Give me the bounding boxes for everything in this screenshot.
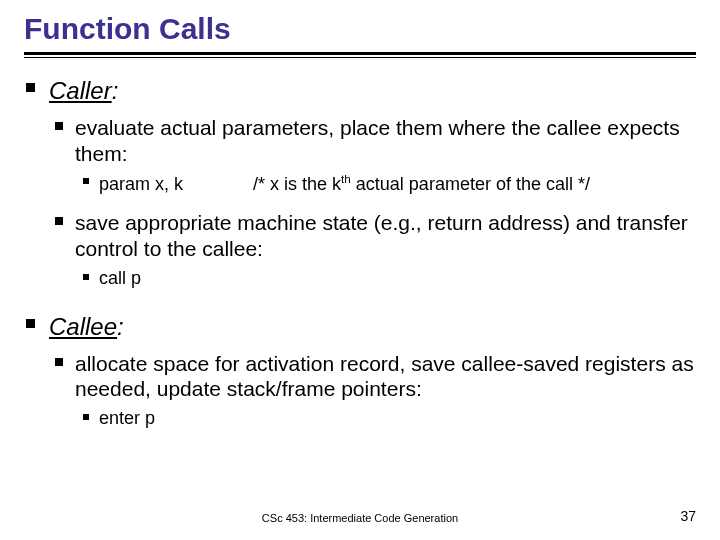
footer-center: CSc 453: Intermediate Code Generation	[262, 512, 458, 524]
bullet-icon	[83, 414, 89, 420]
section-heading: Callee:	[49, 312, 696, 341]
bullet-icon	[55, 358, 63, 366]
subitem-text: call p	[99, 268, 696, 290]
title-rule-thin	[24, 57, 696, 58]
list-item: allocate space for activation record, sa…	[49, 351, 696, 434]
subitem-text: param x, k /* x is the kth actual parame…	[99, 172, 696, 196]
bullet-icon	[55, 217, 63, 225]
subitem-text: enter p	[99, 408, 696, 430]
bullet-icon	[26, 319, 35, 328]
list-item: save appropriate machine state (e.g., re…	[49, 210, 696, 293]
list-item: enter p	[75, 408, 696, 430]
page-number: 37	[680, 508, 696, 524]
item-text: evaluate actual parameters, place them w…	[75, 116, 680, 165]
list-item: param x, k /* x is the kth actual parame…	[75, 172, 696, 196]
slide-footer: CSc 453: Intermediate Code Generation 37	[0, 508, 720, 524]
bullet-icon	[55, 122, 63, 130]
list-item: call p	[75, 268, 696, 290]
item-text: save appropriate machine state (e.g., re…	[75, 211, 688, 260]
item-text: allocate space for activation record, sa…	[75, 352, 694, 401]
bullet-icon	[26, 83, 35, 92]
section-caller: Caller: evaluate actual parameters, plac…	[24, 76, 696, 304]
bullet-icon	[83, 274, 89, 280]
list-item: evaluate actual parameters, place them w…	[49, 115, 696, 200]
section-heading: Caller:	[49, 76, 696, 105]
slide-title: Function Calls	[24, 12, 696, 46]
slide-body: Caller: evaluate actual parameters, plac…	[24, 76, 696, 444]
bullet-icon	[83, 178, 89, 184]
title-rule-thick	[24, 52, 696, 55]
section-callee: Callee: allocate space for activation re…	[24, 312, 696, 444]
